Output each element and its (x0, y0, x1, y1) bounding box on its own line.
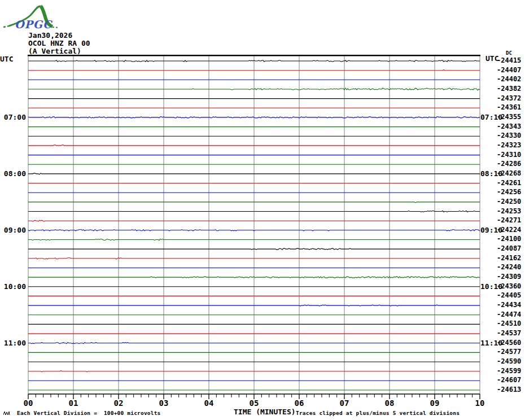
x-tick-label: 03 (155, 399, 173, 408)
row-dc-value: -24162 (497, 254, 521, 262)
scale-note: Each Vertical Division = 100+00 microvol… (17, 410, 161, 416)
row-dc-value: -24261 (497, 179, 521, 187)
x-tick-label: 08 (380, 399, 399, 408)
row-dc-value: -24415 (497, 56, 521, 64)
row-time-label-left: 08:00 (0, 169, 26, 178)
row-dc-value: -24613 (497, 386, 521, 393)
helicorder-page: { "header": { "logo_text": "OPGC", "date… (0, 0, 525, 420)
row-dc-value: -24256 (497, 188, 521, 196)
labels-layer: 0001020304050607080910-24415-24407-24402… (0, 0, 525, 420)
row-dc-value: -24510 (497, 320, 521, 327)
row-dc-value: -24310 (497, 151, 521, 159)
row-dc-value: -24607 (497, 376, 521, 384)
x-tick-label: 04 (200, 399, 218, 408)
row-time-label-left: 07:00 (0, 113, 26, 121)
row-dc-value: -24100 (497, 235, 521, 243)
row-dc-value: -24382 (497, 85, 521, 93)
row-dc-value: -24250 (497, 198, 521, 205)
row-dc-value: -24560 (497, 339, 521, 347)
row-dc-value: -24087 (497, 244, 521, 252)
row-dc-value: -24599 (497, 367, 521, 375)
row-dc-value: -24323 (497, 141, 521, 149)
x-tick-label: 00 (19, 399, 37, 408)
row-dc-value: -24355 (497, 113, 521, 121)
row-time-label-left: 11:00 (0, 339, 26, 347)
time-axis-title: TIME (MINUTES) (234, 408, 296, 416)
mini-seismogram-icon (3, 410, 10, 415)
x-tick-label: 05 (245, 399, 263, 408)
row-dc-value: -24402 (497, 75, 521, 83)
row-dc-value: -24590 (497, 357, 521, 365)
row-dc-value: -24474 (497, 310, 521, 318)
row-dc-value: -24240 (497, 263, 521, 271)
row-dc-value: -24372 (497, 94, 521, 102)
row-time-label-left: 10:00 (0, 282, 26, 291)
x-tick-label: 07 (335, 399, 353, 408)
row-time-label-left: 09:00 (0, 226, 26, 234)
row-dc-value: -24405 (497, 291, 521, 299)
row-dc-value: -24271 (497, 216, 521, 224)
row-dc-value: -24361 (497, 103, 521, 111)
row-dc-value: -24434 (497, 301, 521, 309)
row-dc-value: -24330 (497, 132, 521, 139)
clip-note: Traces clipped at plus/minus 5 vertical … (296, 410, 460, 416)
row-dc-value: -24360 (497, 282, 521, 290)
x-tick-label: 10 (471, 399, 489, 408)
row-dc-value: -24253 (497, 207, 521, 215)
row-dc-value: -24286 (497, 160, 521, 168)
row-dc-value: -24268 (497, 169, 521, 177)
x-tick-label: 01 (64, 399, 82, 408)
row-dc-value: -24407 (497, 66, 521, 74)
row-dc-value: -24577 (497, 348, 521, 356)
x-tick-label: 09 (426, 399, 444, 408)
x-tick-label: 06 (290, 399, 308, 408)
row-dc-value: -24309 (497, 273, 521, 281)
row-dc-value: -24343 (497, 123, 521, 130)
row-dc-value: -24224 (497, 226, 521, 234)
row-dc-value: -24537 (497, 329, 521, 337)
x-tick-label: 02 (110, 399, 128, 408)
